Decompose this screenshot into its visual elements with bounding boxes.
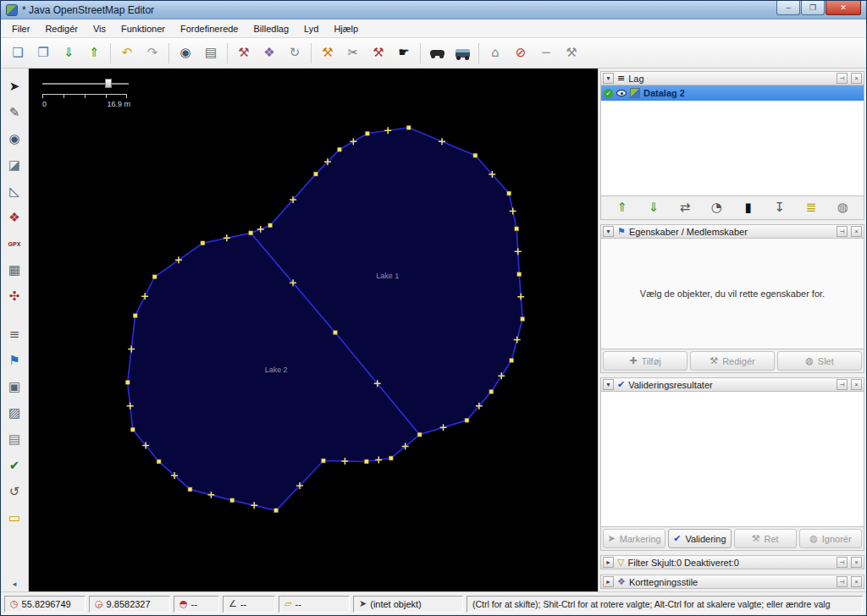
combine-ways-button[interactable]: ⚒ [316,41,340,65]
gpx-tool[interactable]: GPX [3,233,26,256]
pin-icon[interactable]: ⊣ [837,226,848,237]
latitude-field[interactable]: ◷ 55.8296749 [4,596,86,613]
menu-item-lyd[interactable]: Lyd [296,21,326,36]
validator-dialog-toggle[interactable]: ✔ [3,454,26,477]
heading-value: -- [191,599,197,609]
selection-dialog-toggle[interactable]: ▣ [3,376,26,399]
minus-button[interactable]: − [534,41,558,65]
draw-nodes-tool[interactable]: ✎ [3,102,26,124]
pin-icon[interactable]: ⊣ [837,73,848,84]
extrude-tool[interactable]: ❖ [3,206,26,229]
tags-dialog-toggle[interactable]: ⚑ [3,349,26,372]
expand-icon[interactable]: ► [603,576,614,587]
preferences-button[interactable]: ▤ [199,41,223,65]
delete-tag-button[interactable]: ◍Slet [777,351,862,371]
menu-item-filer[interactable]: Filer [4,21,37,36]
close-icon[interactable]: × [851,576,862,587]
layer-opacity-button[interactable]: ◔ [705,198,727,218]
duplicate-layer-button[interactable]: ≣ [800,198,822,218]
pin-icon[interactable]: ⊣ [837,576,848,587]
download-data-button[interactable]: ⇓ [57,41,80,65]
collapse-icon[interactable]: ▼ [603,73,614,84]
bus-preset-button[interactable] [450,41,474,65]
longitude-field[interactable]: ◶ 9.8582327 [89,596,170,613]
validation-selection-button[interactable]: ➤Markering [603,529,665,548]
merge-nodes-button[interactable]: ❖ [257,41,281,65]
active-layer-icon[interactable]: ✓ [604,89,613,98]
car-preset-button[interactable] [425,41,449,65]
new-button[interactable]: ❏ [6,41,30,65]
update-data-button[interactable]: ↻ [283,41,306,65]
activate-layer-button[interactable]: ⇄ [674,198,696,218]
visibility-icon[interactable] [616,90,627,96]
menu-item-redigér[interactable]: Redigér [37,21,86,36]
menu-item-fordefinerede[interactable]: Fordefinerede [173,21,246,36]
zoom-tool[interactable]: ◉ [3,128,26,151]
toolbar-separator [227,43,228,63]
close-icon[interactable]: × [851,557,862,568]
pan-tool-button[interactable]: ☛ [392,41,416,65]
upload-data-button[interactable]: ⇑ [82,41,106,65]
heading-icon: ◓ [179,599,188,608]
move-layer-down-button[interactable]: ⇓ [643,198,665,218]
close-icon[interactable]: × [851,226,862,237]
zoom-slider[interactable] [42,78,129,89]
toolbar-separator [420,43,421,63]
parallel-way-tool[interactable]: ✣ [3,285,26,308]
map-canvas[interactable]: Lake 1Lake 2 0 16.9 m [29,69,598,591]
delete-tag-icon: ◍ [805,356,814,366]
validation-run-button[interactable]: ✔Validering [668,529,731,548]
layer-row[interactable]: ✓ Datalag 2 [601,85,864,101]
conflicts-dialog-toggle[interactable]: ▤ [3,428,26,451]
restriction-preset-button[interactable]: ⊘ [509,41,533,65]
wrench-button[interactable]: ⚒ [560,41,583,65]
improve-accuracy-tool[interactable]: ◺ [3,180,26,203]
menu-item-billedlag[interactable]: Billedlag [246,21,297,36]
pin-icon[interactable]: ⊣ [837,557,848,568]
undo-icon: ↶ [122,47,133,59]
open-button[interactable]: ❐ [31,41,55,65]
validation-fix-button[interactable]: ⚒Ret [734,529,797,548]
search-button[interactable]: ◉ [174,41,197,65]
notes-dialog-toggle[interactable]: ▭ [3,507,26,530]
zoom-slider-handle[interactable] [105,79,112,88]
title-bar[interactable]: * Java OpenStreetMap Editor – ❐ ✕ [1,1,866,19]
maximize-button[interactable]: ❐ [801,1,825,15]
pin-icon[interactable]: ⊣ [837,379,848,390]
menu-item-vis[interactable]: Vis [86,21,113,36]
undo-button[interactable]: ↶ [115,41,139,65]
select-tool[interactable]: ➤ [3,75,26,98]
dim-layer-button[interactable]: ▮ [737,198,759,218]
merge-layer-button[interactable]: ↧ [769,198,791,218]
move-layer-up-button[interactable]: ⇑ [611,198,633,218]
purge-button[interactable]: ⚒ [367,41,390,65]
split-way-button[interactable]: ✂ [341,41,365,65]
delete-tool[interactable]: ◪ [3,154,26,177]
collapse-icon[interactable]: ▼ [603,226,614,237]
edit-tag-button[interactable]: ⚒Redigér [690,351,775,371]
close-icon[interactable]: × [851,379,862,390]
validation-actions: ➤Markering✔Validering⚒Ret◍Ignorér [600,527,864,551]
collapse-toolbar-button[interactable]: ◄ [6,578,23,590]
redo-button[interactable]: ↷ [141,41,164,65]
minimize-button[interactable]: – [776,1,800,15]
restriction-preset-icon: ⊘ [516,47,527,59]
command-stack-toggle[interactable]: ↺ [3,481,26,503]
validation-results-list[interactable] [600,392,864,527]
add-tag-button[interactable]: ✚Tilføj [603,351,688,371]
data-layer-icon [630,88,640,98]
validation-ignore-button[interactable]: ◍Ignorér [799,529,862,548]
close-icon[interactable]: × [851,73,862,84]
expand-icon[interactable]: ► [603,557,614,568]
unglue-tool-button[interactable]: ⚒ [232,41,256,65]
status-bar: ◷ 55.8296749 ◶ 9.8582327 ◓ -- ∠ -- ▱ -- … [1,591,866,615]
relations-dialog-toggle[interactable]: ▨ [3,402,26,425]
close-button[interactable]: ✕ [826,1,861,15]
layers-dialog-toggle[interactable]: ≡ [3,323,26,346]
delete-layer-button[interactable]: ◍ [831,198,853,218]
menu-item-funktioner[interactable]: Funktioner [113,21,173,36]
menu-item-hjælp[interactable]: Hjælp [326,21,366,36]
collapse-icon[interactable]: ▼ [603,379,614,390]
building-tool[interactable]: ▦ [3,259,26,282]
home-button[interactable]: ⌂ [483,41,507,65]
